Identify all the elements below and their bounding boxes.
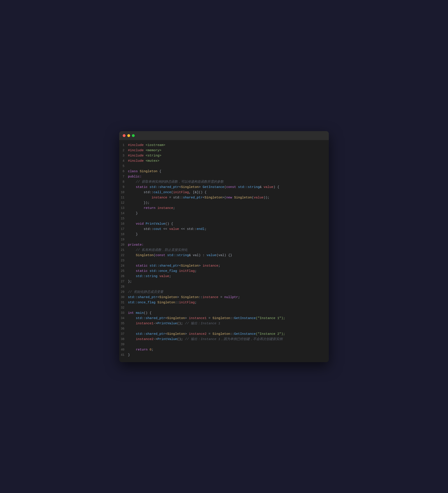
line-number: 29 <box>119 290 128 294</box>
token <box>128 254 136 257</box>
line-number: 13 <box>119 206 128 211</box>
token: Singleton <box>181 295 199 299</box>
code-editor: 1#include <iostream>2#include <memory>3#… <box>119 140 329 362</box>
code-line: 25 static std::once_flag initFlag; <box>119 269 329 274</box>
token: > <box>177 295 181 299</box>
token: std::shared_ptr <box>136 332 165 336</box>
line-number: 37 <box>119 332 128 336</box>
line-content <box>128 326 130 332</box>
token: std:: <box>128 227 153 231</box>
line-content <box>128 284 130 290</box>
token: value <box>264 185 273 189</box>
code-line: 15 <box>119 216 329 221</box>
line-content <box>128 164 130 169</box>
token: std:: <box>128 190 153 194</box>
line-content: } <box>128 352 130 358</box>
code-line: 31std::once_flag Singleton::initFlag; <box>119 300 329 305</box>
code-line: 1#include <iostream> <box>119 143 329 148</box>
token: instance <box>157 206 173 210</box>
token <box>128 274 136 278</box>
token: static <box>128 185 149 189</box>
token: Singleton <box>167 316 185 320</box>
line-number: 31 <box>119 300 128 305</box>
line-number: 24 <box>119 263 128 268</box>
token: (val) {} <box>216 254 232 257</box>
token: instance1 <box>189 316 206 320</box>
code-line: 9 static std::shared_ptr<Singleton> GetI… <box>119 185 329 190</box>
token: // 私有构造函数，防止直接实例化 <box>128 248 188 252</box>
token: (); <box>177 322 185 325</box>
line-content: static std::once_flag initFlag; <box>128 269 197 274</box>
token: :: <box>230 316 234 320</box>
token: int <box>128 311 136 315</box>
token: <memory> <box>146 149 161 152</box>
token: = <box>206 316 213 320</box>
token: > <box>199 185 203 189</box>
line-content: // 私有构造函数，防止直接实例化 <box>128 247 188 253</box>
token: -> <box>153 322 157 325</box>
line-content: return instance; <box>128 206 175 211</box>
line-number: 38 <box>119 337 128 342</box>
token: () { <box>165 222 173 226</box>
line-content: }; <box>128 279 132 284</box>
line-number: 2 <box>119 148 128 153</box>
token: Singleton <box>159 295 177 299</box>
token: instance1 <box>128 322 153 325</box>
token: initFlag <box>179 269 195 273</box>
code-line: 39 <box>119 342 329 347</box>
token: (); <box>177 337 185 341</box>
line-number: 5 <box>119 164 128 168</box>
line-number: 1 <box>119 143 128 147</box>
line-number: 16 <box>119 221 128 226</box>
code-line: 3#include <string> <box>119 153 329 158</box>
line-content: #include <string> <box>128 153 161 158</box>
line-number: 10 <box>119 190 128 195</box>
token: }); <box>128 201 149 205</box>
token: value <box>159 274 169 278</box>
line-content: private: <box>128 242 144 247</box>
token: } <box>128 212 138 215</box>
code-line: 40 return 0; <box>119 347 329 352</box>
line-content: // 获取单例实例的静态函数，可以传递构造函数所需的参数 <box>128 179 224 185</box>
line-number: 22 <box>119 253 128 258</box>
token: #include <box>128 159 146 163</box>
token: value <box>206 254 216 257</box>
code-line: 29// 初始化静态成员变量 <box>119 290 329 295</box>
token: < <box>157 295 159 299</box>
token: > <box>185 332 189 336</box>
line-content: class Singleton { <box>128 169 161 174</box>
token: } <box>128 233 138 236</box>
token: instance2 <box>189 332 206 336</box>
code-line: 13 return instance; <box>119 206 329 211</box>
token: = std:: <box>169 196 183 200</box>
token: }; <box>128 280 132 283</box>
code-window: 1#include <iostream>2#include <memory>3#… <box>119 131 329 362</box>
close-button[interactable] <box>123 134 126 137</box>
token: initFlag <box>173 190 189 194</box>
minimize-button[interactable] <box>127 134 130 137</box>
line-content <box>128 305 130 311</box>
token: <string> <box>146 154 161 157</box>
token: > <box>185 316 189 320</box>
line-number: 40 <box>119 347 128 352</box>
token: ; <box>204 227 206 231</box>
token: () { <box>144 311 151 315</box>
token: ; <box>173 206 175 210</box>
token: nullptr <box>224 295 238 299</box>
line-number: 3 <box>119 153 128 158</box>
code-line: 38 instance2->PrintValue(); // 输出：Instan… <box>119 337 329 342</box>
line-content <box>128 342 130 347</box>
maximize-button[interactable] <box>132 134 135 137</box>
code-line: 32 <box>119 305 329 311</box>
code-line: 17 std::cout << value << std::endl; <box>119 227 329 232</box>
token: cout <box>153 227 161 231</box>
token: < <box>179 185 181 189</box>
line-number: 7 <box>119 174 128 179</box>
code-line: 35 instance1->PrintValue(); // 输出：Instan… <box>119 321 329 326</box>
code-line: 21 // 私有构造函数，防止直接实例化 <box>119 247 329 253</box>
code-line: 37 std::shared_ptr<Singleton> instance2 … <box>119 332 329 337</box>
token: static <box>128 269 149 273</box>
token: std::once_flag <box>128 301 155 304</box>
code-line: 36 <box>119 326 329 332</box>
line-content: std::cout << value << std::endl; <box>128 227 206 232</box>
